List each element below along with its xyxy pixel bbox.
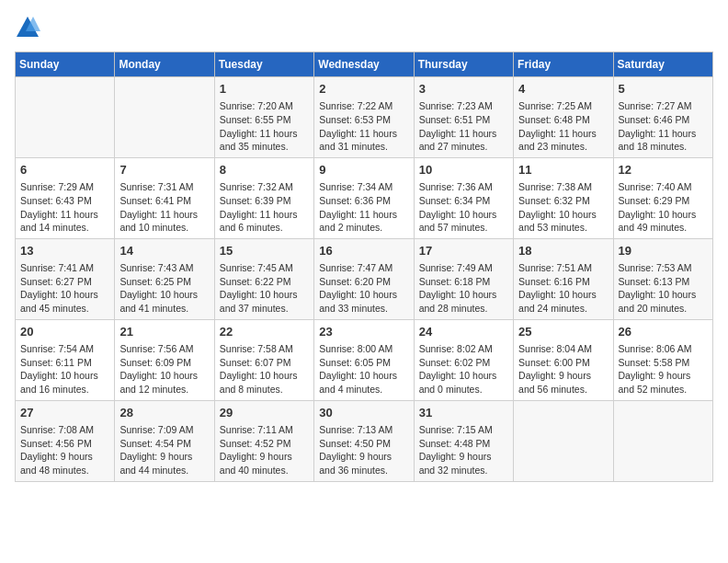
- day-number: 30: [319, 405, 408, 421]
- day-number: 28: [119, 405, 209, 421]
- calendar-day-cell: 31Sunrise: 7:15 AM Sunset: 4:48 PM Dayli…: [414, 400, 513, 481]
- calendar-day-cell: 25Sunrise: 8:04 AM Sunset: 6:00 PM Dayli…: [514, 319, 613, 400]
- day-number: 24: [419, 324, 508, 340]
- page-header: [15, 15, 713, 40]
- calendar-week-row: 6Sunrise: 7:29 AM Sunset: 6:43 PM Daylig…: [16, 157, 713, 238]
- day-info: Sunrise: 7:11 AM Sunset: 4:52 PM Dayligh…: [220, 423, 309, 477]
- day-info: Sunrise: 7:22 AM Sunset: 6:53 PM Dayligh…: [319, 99, 408, 154]
- day-number: 15: [220, 243, 309, 259]
- day-info: Sunrise: 7:58 AM Sunset: 6:07 PM Dayligh…: [220, 342, 309, 396]
- day-info: Sunrise: 7:15 AM Sunset: 4:48 PM Dayligh…: [419, 423, 508, 477]
- calendar-day-cell: 30Sunrise: 7:13 AM Sunset: 4:50 PM Dayli…: [314, 400, 414, 481]
- col-header-friday: Friday: [514, 52, 613, 77]
- calendar-day-cell: 21Sunrise: 7:56 AM Sunset: 6:09 PM Dayli…: [115, 319, 214, 400]
- day-number: 26: [619, 324, 708, 340]
- calendar-day-cell: 19Sunrise: 7:53 AM Sunset: 6:13 PM Dayli…: [613, 238, 712, 319]
- day-info: Sunrise: 7:20 AM Sunset: 6:55 PM Dayligh…: [220, 99, 309, 154]
- day-info: Sunrise: 7:08 AM Sunset: 4:56 PM Dayligh…: [20, 423, 109, 477]
- day-info: Sunrise: 7:32 AM Sunset: 6:39 PM Dayligh…: [220, 180, 309, 235]
- day-info: Sunrise: 7:51 AM Sunset: 6:16 PM Dayligh…: [518, 261, 608, 316]
- day-number: 23: [319, 324, 408, 340]
- calendar-day-cell: 2Sunrise: 7:22 AM Sunset: 6:53 PM Daylig…: [314, 77, 414, 158]
- calendar-day-cell: 14Sunrise: 7:43 AM Sunset: 6:25 PM Dayli…: [115, 238, 214, 319]
- day-info: Sunrise: 7:43 AM Sunset: 6:25 PM Dayligh…: [119, 261, 209, 316]
- calendar-day-cell: 23Sunrise: 8:00 AM Sunset: 6:05 PM Dayli…: [314, 319, 414, 400]
- calendar-day-cell: 16Sunrise: 7:47 AM Sunset: 6:20 PM Dayli…: [314, 238, 414, 319]
- day-number: 25: [518, 324, 608, 340]
- day-info: Sunrise: 7:29 AM Sunset: 6:43 PM Dayligh…: [20, 180, 109, 235]
- day-number: 4: [518, 81, 608, 98]
- calendar-table: SundayMondayTuesdayWednesdayThursdayFrid…: [15, 52, 713, 482]
- day-number: 7: [119, 162, 209, 178]
- calendar-day-cell: 26Sunrise: 8:06 AM Sunset: 5:58 PM Dayli…: [613, 319, 712, 400]
- day-number: 21: [119, 324, 209, 340]
- day-number: 16: [319, 243, 408, 259]
- calendar-day-cell: 5Sunrise: 7:27 AM Sunset: 6:46 PM Daylig…: [613, 77, 712, 158]
- calendar-day-cell: 6Sunrise: 7:29 AM Sunset: 6:43 PM Daylig…: [16, 157, 115, 238]
- day-number: 5: [619, 81, 708, 98]
- day-info: Sunrise: 7:34 AM Sunset: 6:36 PM Dayligh…: [319, 180, 408, 235]
- day-info: Sunrise: 7:38 AM Sunset: 6:32 PM Dayligh…: [518, 180, 608, 235]
- day-info: Sunrise: 7:40 AM Sunset: 6:29 PM Dayligh…: [619, 180, 708, 235]
- day-number: 9: [319, 162, 408, 178]
- day-info: Sunrise: 7:53 AM Sunset: 6:13 PM Dayligh…: [619, 261, 708, 316]
- col-header-monday: Monday: [115, 52, 214, 77]
- calendar-day-cell: 8Sunrise: 7:32 AM Sunset: 6:39 PM Daylig…: [214, 157, 313, 238]
- col-header-sunday: Sunday: [16, 52, 115, 77]
- day-info: Sunrise: 8:00 AM Sunset: 6:05 PM Dayligh…: [319, 342, 408, 396]
- day-info: Sunrise: 7:31 AM Sunset: 6:41 PM Dayligh…: [119, 180, 209, 235]
- day-number: 29: [220, 405, 309, 421]
- day-number: 31: [419, 405, 508, 421]
- logo-icon: [15, 15, 40, 40]
- day-info: Sunrise: 7:56 AM Sunset: 6:09 PM Dayligh…: [119, 342, 209, 396]
- day-number: 14: [119, 243, 209, 259]
- day-info: Sunrise: 7:47 AM Sunset: 6:20 PM Dayligh…: [319, 261, 408, 316]
- day-number: 2: [319, 81, 408, 98]
- calendar-day-cell: 12Sunrise: 7:40 AM Sunset: 6:29 PM Dayli…: [613, 157, 712, 238]
- day-info: Sunrise: 7:54 AM Sunset: 6:11 PM Dayligh…: [20, 342, 109, 396]
- logo: [15, 15, 44, 40]
- calendar-day-cell: 24Sunrise: 8:02 AM Sunset: 6:02 PM Dayli…: [414, 319, 513, 400]
- day-info: Sunrise: 7:25 AM Sunset: 6:48 PM Dayligh…: [518, 99, 608, 154]
- calendar-day-cell: [16, 77, 115, 158]
- calendar-day-cell: 18Sunrise: 7:51 AM Sunset: 6:16 PM Dayli…: [514, 238, 613, 319]
- day-number: 27: [20, 405, 109, 421]
- day-info: Sunrise: 8:06 AM Sunset: 5:58 PM Dayligh…: [619, 342, 708, 396]
- day-number: 12: [619, 162, 708, 178]
- calendar-day-cell: 9Sunrise: 7:34 AM Sunset: 6:36 PM Daylig…: [314, 157, 414, 238]
- day-info: Sunrise: 7:23 AM Sunset: 6:51 PM Dayligh…: [419, 99, 508, 154]
- day-number: 10: [419, 162, 508, 178]
- calendar-week-row: 20Sunrise: 7:54 AM Sunset: 6:11 PM Dayli…: [16, 319, 713, 400]
- day-number: 6: [20, 162, 109, 178]
- calendar-header-row: SundayMondayTuesdayWednesdayThursdayFrid…: [16, 52, 713, 77]
- day-number: 18: [518, 243, 608, 259]
- day-number: 1: [220, 81, 309, 98]
- calendar-day-cell: 13Sunrise: 7:41 AM Sunset: 6:27 PM Dayli…: [16, 238, 115, 319]
- day-info: Sunrise: 7:36 AM Sunset: 6:34 PM Dayligh…: [419, 180, 508, 235]
- day-info: Sunrise: 7:27 AM Sunset: 6:46 PM Dayligh…: [619, 99, 708, 154]
- col-header-wednesday: Wednesday: [314, 52, 414, 77]
- calendar-day-cell: 29Sunrise: 7:11 AM Sunset: 4:52 PM Dayli…: [214, 400, 313, 481]
- day-number: 17: [419, 243, 508, 259]
- day-info: Sunrise: 7:49 AM Sunset: 6:18 PM Dayligh…: [419, 261, 508, 316]
- day-number: 13: [20, 243, 109, 259]
- day-info: Sunrise: 7:41 AM Sunset: 6:27 PM Dayligh…: [20, 261, 109, 316]
- calendar-day-cell: 3Sunrise: 7:23 AM Sunset: 6:51 PM Daylig…: [414, 77, 513, 158]
- day-info: Sunrise: 8:04 AM Sunset: 6:00 PM Dayligh…: [518, 342, 608, 396]
- calendar-day-cell: [514, 400, 613, 481]
- calendar-day-cell: 22Sunrise: 7:58 AM Sunset: 6:07 PM Dayli…: [214, 319, 313, 400]
- calendar-day-cell: 1Sunrise: 7:20 AM Sunset: 6:55 PM Daylig…: [214, 77, 313, 158]
- day-number: 19: [619, 243, 708, 259]
- calendar-week-row: 27Sunrise: 7:08 AM Sunset: 4:56 PM Dayli…: [16, 400, 713, 481]
- day-number: 3: [419, 81, 508, 98]
- calendar-day-cell: 28Sunrise: 7:09 AM Sunset: 4:54 PM Dayli…: [115, 400, 214, 481]
- calendar-day-cell: 4Sunrise: 7:25 AM Sunset: 6:48 PM Daylig…: [514, 77, 613, 158]
- col-header-tuesday: Tuesday: [214, 52, 313, 77]
- day-number: 20: [20, 324, 109, 340]
- calendar-day-cell: [115, 77, 214, 158]
- calendar-day-cell: 11Sunrise: 7:38 AM Sunset: 6:32 PM Dayli…: [514, 157, 613, 238]
- day-number: 22: [220, 324, 309, 340]
- day-info: Sunrise: 7:13 AM Sunset: 4:50 PM Dayligh…: [319, 423, 408, 477]
- day-number: 8: [220, 162, 309, 178]
- calendar-day-cell: 27Sunrise: 7:08 AM Sunset: 4:56 PM Dayli…: [16, 400, 115, 481]
